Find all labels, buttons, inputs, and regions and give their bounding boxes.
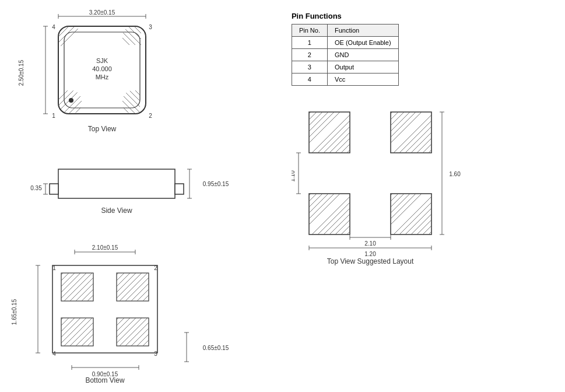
col-header-pin: Pin No. bbox=[292, 24, 327, 37]
svg-rect-115 bbox=[117, 318, 149, 346]
bottom-view-svg: 2.10±0.15 1.65±0.15 0.65±0.15 0.90±0.15 bbox=[6, 239, 251, 385]
pin-function: Vcc bbox=[327, 74, 398, 86]
pin-functions-title: Pin Functions bbox=[292, 12, 559, 20]
pin-function: GND bbox=[327, 49, 398, 61]
svg-rect-89 bbox=[117, 273, 149, 301]
svg-text:2: 2 bbox=[149, 113, 152, 119]
svg-text:3.20±0.15: 3.20±0.15 bbox=[89, 9, 115, 16]
table-row: 2GND bbox=[292, 49, 398, 61]
svg-text:4: 4 bbox=[52, 351, 56, 357]
pin-function: OE (Output Enable) bbox=[327, 37, 398, 49]
pin-number: 3 bbox=[292, 61, 327, 74]
pin-function: Output bbox=[327, 61, 398, 74]
svg-rect-76 bbox=[61, 273, 93, 301]
table-row: 1OE (Output Enable) bbox=[292, 37, 398, 49]
svg-rect-49 bbox=[175, 184, 184, 194]
left-column: 3.20±0.15 2.50±0.15 bbox=[6, 6, 280, 386]
top-view-section: 3.20±0.15 2.50±0.15 bbox=[6, 6, 280, 146]
side-view-svg: 0.35 0.95±0.15 Side View bbox=[6, 152, 251, 222]
svg-text:Side View: Side View bbox=[101, 206, 132, 215]
main-container: 3.20±0.15 2.50±0.15 bbox=[0, 0, 565, 392]
pin-number: 4 bbox=[292, 74, 327, 86]
svg-text:1: 1 bbox=[52, 265, 56, 271]
pin-table: Pin No. Function 1OE (Output Enable)2GND… bbox=[292, 24, 399, 86]
svg-text:3: 3 bbox=[149, 24, 152, 30]
svg-text:0.35: 0.35 bbox=[30, 185, 42, 191]
col-header-function: Function bbox=[327, 24, 398, 37]
svg-rect-48 bbox=[50, 184, 58, 194]
pin-functions-section: Pin Functions Pin No. Function 1OE (Outp… bbox=[292, 12, 559, 86]
svg-text:2.10: 2.10 bbox=[364, 240, 376, 247]
svg-rect-47 bbox=[58, 169, 175, 198]
svg-rect-102 bbox=[61, 318, 93, 346]
svg-text:1.20: 1.20 bbox=[364, 251, 376, 257]
svg-text:2.50±0.15: 2.50±0.15 bbox=[18, 60, 24, 86]
svg-text:Top View: Top View bbox=[88, 125, 117, 133]
suggested-layout-svg: 2.10 1.20 1.10 1.60 Top View Suggested L… bbox=[292, 103, 478, 267]
suggested-layout-section: 2.10 1.20 1.10 1.60 Top View Suggested L… bbox=[292, 103, 559, 268]
svg-text:2: 2 bbox=[154, 265, 157, 271]
svg-point-41 bbox=[69, 98, 73, 103]
table-row: 3Output bbox=[292, 61, 398, 74]
table-row: 4Vcc bbox=[292, 74, 398, 86]
svg-text:1.60: 1.60 bbox=[449, 171, 461, 177]
top-view-svg: 3.20±0.15 2.50±0.15 bbox=[6, 6, 251, 134]
right-column: Pin Functions Pin No. Function 1OE (Outp… bbox=[280, 6, 559, 386]
svg-text:3: 3 bbox=[154, 351, 157, 357]
svg-text:Bottom View: Bottom View bbox=[85, 376, 124, 384]
svg-text:0.95±0.15: 0.95±0.15 bbox=[203, 181, 229, 187]
svg-text:1.65±0.15: 1.65±0.15 bbox=[11, 299, 17, 325]
bottom-view-section: 2.10±0.15 1.65±0.15 0.65±0.15 0.90±0.15 bbox=[6, 239, 280, 379]
svg-text:SJK: SJK bbox=[96, 57, 108, 64]
svg-text:2.10±0.15: 2.10±0.15 bbox=[92, 244, 118, 251]
svg-text:1: 1 bbox=[52, 113, 55, 119]
pin-number: 2 bbox=[292, 49, 327, 61]
pin-number: 1 bbox=[292, 37, 327, 49]
svg-text:4: 4 bbox=[52, 24, 55, 30]
svg-text:1.10: 1.10 bbox=[292, 170, 296, 182]
svg-text:MHz: MHz bbox=[96, 74, 109, 80]
svg-text:Top View Suggested Layout: Top View Suggested Layout bbox=[327, 257, 414, 265]
svg-text:0.65±0.15: 0.65±0.15 bbox=[203, 345, 229, 351]
svg-text:40.000: 40.000 bbox=[92, 65, 112, 72]
side-view-section: 0.35 0.95±0.15 Side View bbox=[6, 152, 280, 233]
